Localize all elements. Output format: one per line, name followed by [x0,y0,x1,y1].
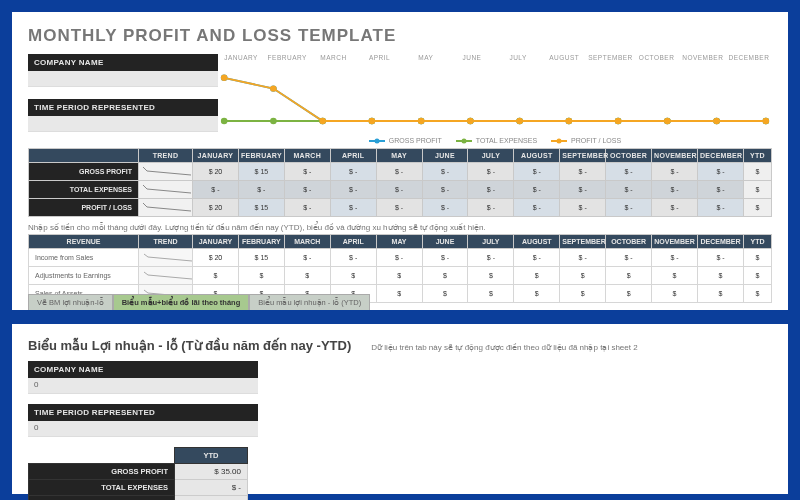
revenue-col-header: MARCH [284,235,330,249]
summary-cell[interactable]: $ - [468,199,514,217]
summary-cell[interactable]: $ 15 [238,163,284,181]
summary-cell[interactable]: $ - [376,181,422,199]
revenue-cell[interactable]: $ - [606,249,652,267]
sheet-tabs: Vẽ BM lợi nhuận-lỗ Biểu mẫu+biểu đồ lãi … [28,294,370,310]
revenue-cell[interactable]: $ [560,267,606,285]
summary-cell[interactable]: $ - [560,163,606,181]
revenue-cell[interactable]: $ [514,267,560,285]
p2-company-value[interactable]: 0 [28,378,258,394]
revenue-cell[interactable]: $ [193,267,239,285]
revenue-table: REVENUETRENDJANUARYFEBRUARYMARCHAPRILMAY… [28,234,772,303]
revenue-cell[interactable]: $ [606,267,652,285]
summary-cell[interactable]: $ - [284,199,330,217]
summary-cell[interactable]: $ - [560,181,606,199]
summary-cell[interactable]: $ - [606,199,652,217]
summary-cell[interactable]: $ - [514,181,560,199]
revenue-cell[interactable]: $ - [468,249,514,267]
revenue-cell[interactable]: $ - [376,249,422,267]
trend-cell [139,267,193,285]
summary-cell[interactable]: $ - [697,163,743,181]
revenue-cell[interactable]: $ [468,285,514,303]
chart-canvas [218,61,772,127]
revenue-cell[interactable]: $ [468,267,514,285]
summary-cell[interactable]: $ - [238,181,284,199]
revenue-cell[interactable]: $ [422,285,468,303]
summary-cell[interactable]: $ - [330,163,376,181]
legend-gross-profit: GROSS PROFIT [389,137,442,144]
summary-cell[interactable]: $ 15 [238,199,284,217]
company-name-input[interactable] [28,71,218,87]
revenue-cell[interactable]: $ 20 [193,249,239,267]
summary-cell[interactable]: $ - [697,181,743,199]
summary-col-header: JULY [468,149,514,163]
summary-cell[interactable]: $ - [652,181,698,199]
summary-cell[interactable]: $ 20 [193,199,239,217]
summary-cell[interactable]: $ - [514,199,560,217]
revenue-cell[interactable]: $ [652,285,698,303]
summary-ytd-cell: $ [744,181,772,199]
revenue-cell[interactable]: $ 15 [238,249,284,267]
tab-1[interactable]: Biểu mẫu+biểu đồ lãi theo tháng [113,294,250,310]
revenue-cell[interactable]: $ [422,267,468,285]
summary-cell[interactable]: $ - [330,181,376,199]
ytd-summary-table: YTD GROSS PROFIT$ 35.00TOTAL EXPENSES$ -… [28,447,248,500]
svg-point-33 [664,118,671,124]
revenue-cell[interactable]: $ - [652,249,698,267]
svg-point-13 [270,118,277,124]
summary-cell[interactable]: $ - [284,163,330,181]
summary-cell[interactable]: $ - [606,181,652,199]
revenue-cell[interactable]: $ [606,285,652,303]
summary-cell[interactable]: $ - [560,199,606,217]
summary-cell[interactable]: $ - [422,181,468,199]
revenue-col-header: MAY [376,235,422,249]
summary-cell[interactable]: $ - [652,199,698,217]
revenue-cell[interactable]: $ [560,285,606,303]
revenue-cell[interactable]: $ [376,267,422,285]
svg-point-31 [566,118,573,124]
summary-col-header: APRIL [330,149,376,163]
ytd-row-value: $ 35.00 [175,496,248,501]
summary-cell[interactable]: $ - [468,181,514,199]
revenue-cell[interactable]: $ - [284,249,330,267]
svg-point-12 [221,118,228,124]
p2-period-value[interactable]: 0 [28,421,258,437]
revenue-cell[interactable]: $ [376,285,422,303]
summary-cell[interactable]: $ - [697,199,743,217]
revenue-cell[interactable]: $ - [330,249,376,267]
svg-point-34 [713,118,720,124]
summary-cell[interactable]: $ - [376,163,422,181]
revenue-cell[interactable]: $ - [560,249,606,267]
revenue-col-header: OCTOBER [606,235,652,249]
revenue-col-header: JANUARY [193,235,239,249]
revenue-cell[interactable]: $ - [422,249,468,267]
summary-cell[interactable]: $ - [468,163,514,181]
tab-0[interactable]: Vẽ BM lợi nhuận-lỗ [28,294,113,310]
revenue-cell[interactable]: $ [697,285,743,303]
summary-col-header: JANUARY [193,149,239,163]
summary-cell[interactable]: $ - [422,199,468,217]
summary-cell[interactable]: $ - [606,163,652,181]
tab-2[interactable]: Biểu mẫu lợi nhuận - lỗ (YTD) [249,294,370,310]
revenue-cell[interactable]: $ [514,285,560,303]
summary-cell[interactable]: $ - [652,163,698,181]
summary-cell[interactable]: $ - [376,199,422,217]
revenue-cell[interactable]: $ - [697,249,743,267]
summary-cell[interactable]: $ - [514,163,560,181]
svg-point-35 [763,118,770,124]
summary-cell[interactable]: $ - [284,181,330,199]
summary-cell[interactable]: $ - [193,181,239,199]
svg-point-25 [270,85,277,91]
time-period-input[interactable] [28,116,218,132]
revenue-cell[interactable]: $ [330,267,376,285]
summary-cell[interactable]: $ 20 [193,163,239,181]
revenue-cell[interactable]: $ [697,267,743,285]
summary-cell[interactable]: $ - [330,199,376,217]
revenue-cell[interactable]: $ [238,267,284,285]
revenue-row-label: Income from Sales [29,249,139,267]
summary-cell[interactable]: $ - [422,163,468,181]
revenue-cell[interactable]: $ - [514,249,560,267]
legend-profit-loss: PROFIT / LOSS [571,137,621,144]
revenue-cell[interactable]: $ [284,267,330,285]
revenue-cell[interactable]: $ [652,267,698,285]
chart-month-label: MAY [403,54,449,61]
